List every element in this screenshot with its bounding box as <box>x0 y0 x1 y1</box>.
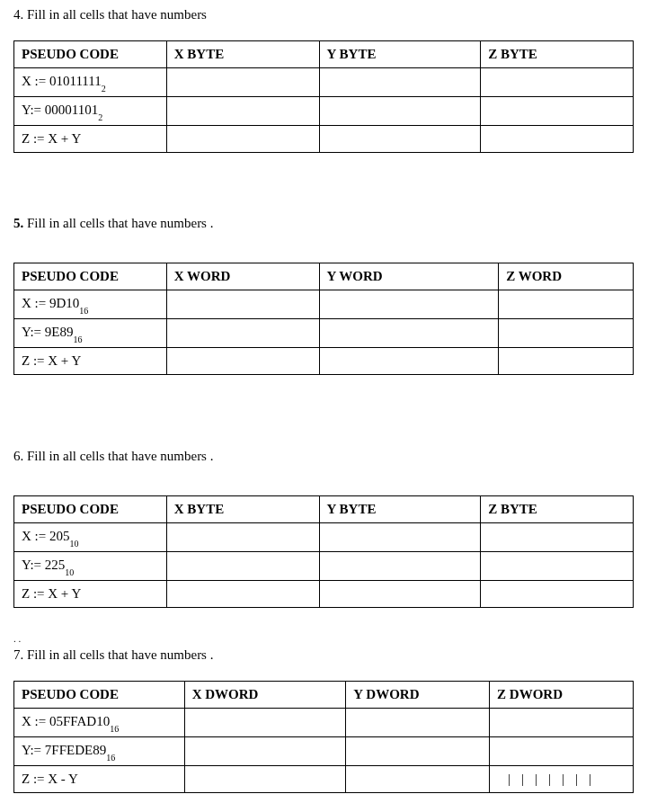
code-sub: 10 <box>69 539 78 549</box>
q5-r2-code: Z := X + Y <box>14 348 167 375</box>
q7-h2: Y DWORD <box>346 682 490 709</box>
blank-cell[interactable] <box>481 523 634 552</box>
q7-r1-code: Y:= 7FFEDE8916 <box>14 737 185 766</box>
blank-cell[interactable] <box>166 290 319 319</box>
code-text: Z := X + Y <box>22 586 81 601</box>
table-row: Y:= 22510 <box>14 552 634 581</box>
code-text: Y:= 00001101 <box>22 103 98 117</box>
q5-h0: PSEUDO CODE <box>14 263 167 290</box>
table-row: X := 05FFAD1016 <box>14 709 634 737</box>
table-row: Z := X + Y <box>14 126 634 153</box>
blank-cell[interactable] <box>184 709 346 737</box>
blank-cell[interactable] <box>499 319 634 348</box>
blank-cell[interactable] <box>319 581 481 608</box>
blank-cell[interactable] <box>481 97 634 126</box>
q5-h1: X WORD <box>166 263 319 290</box>
blank-cell[interactable] <box>481 581 634 608</box>
q4-h2: Y BYTE <box>319 41 481 68</box>
code-text: X := 01011111 <box>22 74 102 88</box>
blank-cell[interactable] <box>319 319 499 348</box>
code-sub: 2 <box>102 84 106 94</box>
q7-dots: . . <box>13 633 635 644</box>
blank-cell[interactable] <box>319 126 481 153</box>
q6-prompt: . Fill in all cells that have numbers . <box>21 449 214 463</box>
question-4-label: 4. Fill in all cells that have numbers <box>13 7 635 22</box>
q4-r2-code: Z := X + Y <box>14 126 167 153</box>
blank-cell[interactable] <box>166 581 319 608</box>
blank-cell[interactable] <box>490 709 634 737</box>
q4-prompt: . Fill in all cells that have numbers <box>21 7 207 22</box>
q7-ticks-cell[interactable]: ||||||| <box>490 766 634 793</box>
blank-cell[interactable] <box>499 348 634 375</box>
q5-r0-code: X := 9D1016 <box>14 290 167 319</box>
q7-h0: PSEUDO CODE <box>14 682 185 709</box>
table-row: Y:= 000011012 <box>14 97 634 126</box>
blank-cell[interactable] <box>346 709 490 737</box>
q6-r1-code: Y:= 22510 <box>14 552 167 581</box>
blank-cell[interactable] <box>319 552 481 581</box>
q4-r0-code: X := 010111112 <box>14 68 167 97</box>
blank-cell[interactable] <box>499 290 634 319</box>
table-header-row: PSEUDO CODE X WORD Y WORD Z WORD <box>14 263 634 290</box>
blank-cell[interactable] <box>319 523 481 552</box>
blank-cell[interactable] <box>481 552 634 581</box>
q7-number: 7 <box>13 647 21 662</box>
blank-cell[interactable] <box>166 97 319 126</box>
q5-h2: Y WORD <box>319 263 499 290</box>
blank-cell[interactable] <box>481 126 634 153</box>
blank-cell[interactable] <box>166 348 319 375</box>
blank-cell[interactable] <box>166 523 319 552</box>
blank-cell[interactable] <box>319 290 499 319</box>
code-sub: 2 <box>98 112 102 122</box>
q5-table: PSEUDO CODE X WORD Y WORD Z WORD X := 9D… <box>13 263 634 375</box>
blank-cell[interactable] <box>490 737 634 766</box>
table-header-row: PSEUDO CODE X BYTE Y BYTE Z BYTE <box>14 41 634 68</box>
code-text: X := 05FFAD10 <box>22 714 110 728</box>
q4-number: 4 <box>13 7 21 22</box>
blank-cell[interactable] <box>346 766 490 793</box>
blank-cell[interactable] <box>481 68 634 97</box>
q4-table: PSEUDO CODE X BYTE Y BYTE Z BYTE X := 01… <box>13 40 634 153</box>
q4-h3: Z BYTE <box>481 41 634 68</box>
code-text: Z := X - Y <box>22 772 78 786</box>
code-text: Z := X + Y <box>22 353 81 368</box>
blank-cell[interactable] <box>319 97 481 126</box>
blank-cell[interactable] <box>319 348 499 375</box>
blank-cell[interactable] <box>166 126 319 153</box>
blank-cell[interactable] <box>166 68 319 97</box>
table-row: X := 20510 <box>14 523 634 552</box>
q7-prompt: . Fill in all cells that have numbers . <box>21 647 214 662</box>
code-text: Y:= 7FFEDE89 <box>22 743 106 757</box>
q7-h1: X DWORD <box>184 682 346 709</box>
blank-cell[interactable] <box>166 552 319 581</box>
table-row: Z := X + Y <box>14 581 634 608</box>
table-row: X := 010111112 <box>14 68 634 97</box>
q4-r1-code: Y:= 000011012 <box>14 97 167 126</box>
q6-h0: PSEUDO CODE <box>14 496 167 523</box>
table-row: Y:= 7FFEDE8916 <box>14 737 634 766</box>
table-row: X := 9D1016 <box>14 290 634 319</box>
q6-h3: Z BYTE <box>481 496 634 523</box>
code-sub: 16 <box>79 306 88 316</box>
blank-cell[interactable] <box>346 737 490 766</box>
question-6-label: 6. Fill in all cells that have numbers . <box>13 449 635 464</box>
q5-prompt: Fill in all cells that have numbers . <box>23 216 213 230</box>
q7-r0-code: X := 05FFAD1016 <box>14 709 185 737</box>
q6-h2: Y BYTE <box>319 496 481 523</box>
q6-table: PSEUDO CODE X BYTE Y BYTE Z BYTE X := 20… <box>13 495 634 608</box>
blank-cell[interactable] <box>184 737 346 766</box>
code-text: Y:= 225 <box>22 558 65 572</box>
table-header-row: PSEUDO CODE X DWORD Y DWORD Z DWORD <box>14 682 634 709</box>
blank-cell[interactable] <box>184 766 346 793</box>
code-text: X := 205 <box>22 529 69 543</box>
code-text: Y:= 9E89 <box>22 325 74 339</box>
q5-r1-code: Y:= 9E8916 <box>14 319 167 348</box>
code-sub: 16 <box>106 753 115 763</box>
q5-h3: Z WORD <box>499 263 634 290</box>
q7-r2-code: Z := X - Y <box>14 766 185 793</box>
table-row: Z := X + Y <box>14 348 634 375</box>
q5-number: 5. <box>13 216 23 230</box>
question-7-label: 7. Fill in all cells that have numbers . <box>13 647 635 663</box>
blank-cell[interactable] <box>166 319 319 348</box>
blank-cell[interactable] <box>319 68 481 97</box>
